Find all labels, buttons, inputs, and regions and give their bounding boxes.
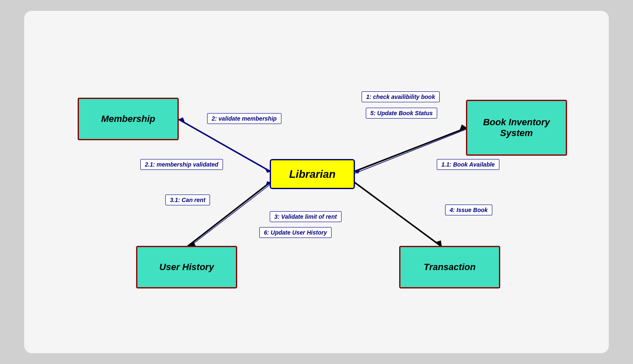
label-validate-membership: 2: validate membership [207,113,281,124]
user-history-box: User History [136,246,237,288]
transaction-label: Transaction [424,262,476,273]
label-book-available: 1.1: Book Available [437,159,499,170]
label-validate-membership-text: 2: validate membership [212,115,277,122]
svg-line-8 [187,182,271,247]
diagram-container: Librarian Membership Book Inventory Syst… [24,11,609,353]
label-update-book-status: 5: Update Book Status [366,108,437,119]
label-validate-limit-rent: 3: Validate limit of rent [270,211,342,222]
svg-marker-2 [179,117,185,123]
svg-marker-6 [354,169,360,174]
label-update-user-history: 6: Update User History [259,227,332,238]
membership-label: Membership [101,114,155,124]
transaction-box: Transaction [399,246,500,288]
membership-box: Membership [78,98,179,140]
user-history-label: User History [160,262,214,273]
label-validate-limit-rent-text: 3: Validate limit of rent [274,213,337,220]
librarian-label: Librarian [289,168,335,181]
label-update-user-history-text: 6: Update User History [264,229,327,236]
label-membership-validated-text: 2.1: membership validated [145,161,218,168]
diagram-card: Librarian Membership Book Inventory Syst… [24,11,609,353]
svg-line-12 [354,182,442,247]
label-issue-book: 4: Issue Book [445,205,492,215]
librarian-box: Librarian [270,159,355,189]
book-inventory-label: Book Inventory System [483,117,550,139]
svg-line-10 [188,183,272,248]
label-can-rent: 3.1: Can rent [165,195,210,205]
label-update-book-status-text: 5: Update Book Status [370,110,433,116]
book-inventory-box: Book Inventory System [466,100,567,156]
label-issue-book-text: 4: Issue Book [450,207,488,213]
label-check-availability: 1: check availibility book [362,91,440,102]
label-can-rent-text: 3.1: Can rent [170,197,205,203]
label-check-availability-text: 1: check availibility book [366,94,435,100]
label-membership-validated: 2.1: membership validated [140,159,223,170]
label-book-available-text: 1.1: Book Available [441,161,495,168]
